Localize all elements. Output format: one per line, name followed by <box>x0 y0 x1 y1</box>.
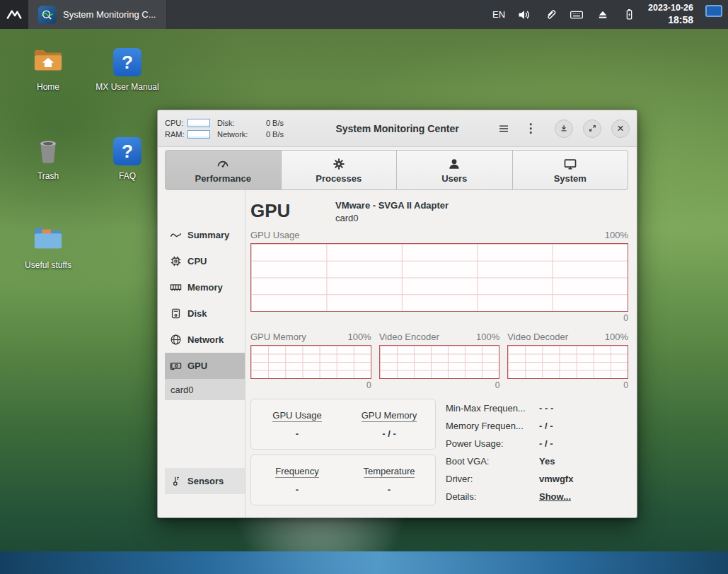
sidebar-item-gpu[interactable]: GPU <box>165 353 245 379</box>
disk-icon <box>170 308 182 320</box>
detail-value: - / - <box>539 437 553 450</box>
gpu-usage-chart-max: 100% <box>605 230 628 240</box>
desktop-icon-label: Useful stuffs <box>14 260 82 271</box>
volume-icon[interactable] <box>517 8 531 22</box>
desktop-icon-label: Home <box>14 82 82 93</box>
details-show-link[interactable]: Show... <box>539 490 571 503</box>
video-encoder-chart-max: 100% <box>476 332 499 342</box>
detail-label: Driver: <box>446 472 539 486</box>
keyboard-layout-indicator[interactable]: EN <box>492 9 505 20</box>
gpu-adapter-name: VMware - SVGA II Adapter <box>335 200 449 211</box>
sidebar-item-network[interactable]: Network <box>165 327 245 353</box>
desktop-icon-faq[interactable]: ? FAQ <box>93 131 161 182</box>
detail-label: Min-Max Frequen... <box>446 402 539 415</box>
stat-label: Temperature <box>364 466 415 478</box>
tab-performance[interactable]: Performance <box>165 150 282 190</box>
fullscreen-button[interactable] <box>583 119 601 138</box>
wallpaper-water <box>0 551 728 574</box>
gpu-usage-chart <box>250 243 628 312</box>
hamburger-menu-button[interactable] <box>495 120 512 137</box>
cpu-label: CPU: <box>165 119 187 127</box>
user-icon <box>447 157 461 171</box>
window-headerbar[interactable]: CPU: Disk: 0 B/s RAM: Network: 0 B/s Sys… <box>158 110 637 147</box>
taskbar-window-button[interactable]: System Monitoring C... <box>28 0 167 29</box>
detail-label: Details: <box>446 490 539 503</box>
network-label: Network: <box>217 130 257 139</box>
stat-value: - <box>296 484 299 495</box>
stat-value: - <box>296 428 299 439</box>
gpu-memory-chart <box>250 345 371 379</box>
gpu-memory-chart-min: 0 <box>250 380 371 390</box>
sidebar-item-disk[interactable]: Disk <box>165 300 245 327</box>
taskbar-window-title: System Monitoring C... <box>63 9 156 20</box>
kebab-menu-button[interactable]: ⋮ <box>522 120 539 137</box>
gpu-details-list: Min-Max Frequen... - - - Memory Frequen.… <box>446 399 573 505</box>
gpu-usage-chart-title: GPU Usage <box>250 230 299 240</box>
tab-bar: Performance Processes Users System <box>165 150 628 190</box>
video-encoder-chart <box>379 345 500 379</box>
sidebar-item-sensors[interactable]: Sensors <box>165 468 245 494</box>
gpu-usage-chart-min: 0 <box>250 313 628 323</box>
paperclip-icon[interactable] <box>543 8 557 22</box>
globe-icon <box>170 334 182 346</box>
detail-row: Driver: vmwgfx <box>446 472 573 486</box>
sidebar-item-summary[interactable]: Summary <box>165 222 245 248</box>
mx-logo-icon <box>5 6 23 24</box>
tab-processes[interactable]: Processes <box>281 150 398 190</box>
video-decoder-chart-max: 100% <box>605 332 628 342</box>
eject-icon[interactable] <box>596 8 610 22</box>
system-monitoring-center-icon <box>38 6 57 24</box>
gpu-panel: GPU VMware - SVGA II Adapter card0 GPU U… <box>245 190 637 517</box>
disk-label: Disk: <box>217 119 257 127</box>
mx-start-button[interactable] <box>0 0 28 29</box>
stat-label: GPU Usage <box>272 410 321 422</box>
page-title: GPU <box>250 200 335 222</box>
video-encoder-chart-min: 0 <box>379 380 500 390</box>
help-icon: ? <box>93 42 161 76</box>
desktop-icon-useful-stuffs[interactable]: Useful stuffs <box>14 221 82 271</box>
gpu-memory-chart-block: GPU Memory 100% 0 <box>250 332 371 390</box>
window-title: System Monitoring Center <box>335 123 458 134</box>
close-icon: × <box>617 122 624 134</box>
battery-icon[interactable] <box>622 8 636 22</box>
stat-value: - / - <box>382 428 396 439</box>
detail-label: Memory Frequen... <box>446 419 539 433</box>
stat-label: GPU Memory <box>362 410 417 422</box>
performance-sidebar: Summary CPU Memory Disk Network <box>165 190 245 517</box>
gear-icon <box>332 157 346 171</box>
detail-value: Yes <box>539 455 555 468</box>
video-decoder-chart-min: 0 <box>507 380 628 390</box>
wave-icon <box>170 229 182 241</box>
detail-value: - / - <box>539 419 553 433</box>
desktop-screen: System Monitoring C... EN 2023-10-26 18:… <box>0 0 728 574</box>
desktop-icon-trash[interactable]: Trash <box>14 131 82 182</box>
desktop-icon-home[interactable]: Home <box>14 42 82 93</box>
clock[interactable]: 2023-10-26 18:58 <box>648 3 693 26</box>
ram-label: RAM: <box>165 130 187 139</box>
detail-value: vmwgfx <box>539 472 573 486</box>
network-value: 0 B/s <box>257 130 284 139</box>
tab-users[interactable]: Users <box>396 150 513 190</box>
download-button[interactable] <box>555 119 573 138</box>
home-folder-icon <box>14 42 82 76</box>
speedometer-icon <box>216 157 230 171</box>
cpu-mini-graph <box>187 119 210 127</box>
gpu-memory-chart-title: GPU Memory <box>250 332 306 342</box>
thermometer-icon <box>170 475 182 487</box>
disk-value: 0 B/s <box>257 119 284 127</box>
sidebar-item-card0[interactable]: card0 <box>165 379 245 400</box>
desktop-icon-mx-user-manual[interactable]: ? MX User Manual <box>93 42 161 93</box>
detail-label: Boot VGA: <box>446 455 539 468</box>
keyboard-icon[interactable] <box>570 8 584 22</box>
video-encoder-chart-title: Video Encoder <box>379 332 439 342</box>
stat-value: - <box>388 484 391 495</box>
detail-row: Memory Frequen... - / - <box>446 419 573 433</box>
sidebar-item-cpu[interactable]: CPU <box>165 248 245 274</box>
close-button[interactable]: × <box>611 119 630 138</box>
gpu-card-icon <box>170 360 182 372</box>
display-applet-icon[interactable] <box>705 5 722 17</box>
ram-icon <box>170 281 182 293</box>
ram-mini-graph <box>187 130 210 139</box>
tab-system[interactable]: System <box>512 150 629 190</box>
sidebar-item-memory[interactable]: Memory <box>165 274 245 300</box>
